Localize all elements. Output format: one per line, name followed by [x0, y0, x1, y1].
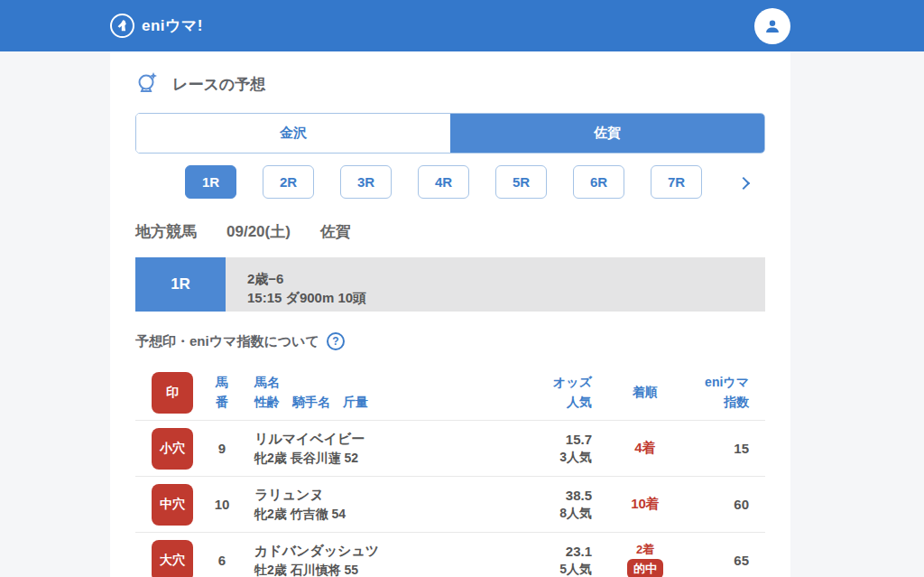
prediction-table: 印 馬 番 馬名 性齢 騎手名 斤量 オッズ 人気 着順 eniウマ 指数: [135, 365, 765, 577]
table-row: 小穴 9 リルマイベイビー 牝2歳 長谷川蓮 52 15.7 3人気 4着 15: [135, 421, 765, 477]
horse-name-cell: ラリュンヌ 牝2歳 竹吉徹 54: [251, 487, 502, 523]
app-header: eniウマ!: [0, 0, 924, 51]
help-question-icon[interactable]: ?: [327, 332, 345, 350]
result-cell: 2着 的中: [592, 542, 698, 577]
col-header-name: 馬名 性齢 騎手名 斤量: [251, 373, 502, 412]
result-cell: 10着: [592, 496, 698, 513]
odds-value: 15.7: [502, 432, 592, 447]
horse-name-cell: リルマイベイビー 牝2歳 長谷川蓮 52: [251, 431, 502, 467]
race-info-body: 2歳−6 15:15 ダ900m 10頭: [226, 257, 765, 312]
finish-position: 10着: [631, 496, 660, 513]
race-detail: 15:15 ダ900m 10頭: [247, 290, 765, 307]
horse-number: 6: [193, 553, 251, 568]
horse-name: ラリュンヌ: [254, 487, 502, 504]
col-header-result: 着順: [592, 383, 698, 403]
person-icon: [762, 16, 782, 36]
table-row: 中穴 10 ラリュンヌ 牝2歳 竹吉徹 54 38.5 8人気 10着 60: [135, 477, 765, 533]
race-tab-1r[interactable]: 1R: [185, 165, 236, 199]
tab-kanazawa[interactable]: 金沢: [136, 114, 450, 153]
col-header-odds: オッズ 人気: [502, 373, 592, 412]
page-title: レースの予想: [172, 74, 265, 95]
race-tab-7r[interactable]: 7R: [651, 165, 702, 199]
mark-header-badge: 印: [152, 372, 193, 414]
race-tab-5r[interactable]: 5R: [495, 165, 547, 199]
horse-name: カドバンダッシュツ: [254, 543, 502, 560]
result-cell: 4着: [592, 440, 698, 457]
horse-detail: 牝2歳 竹吉徹 54: [254, 507, 502, 523]
meta-date: 09/20(土): [226, 221, 291, 242]
finish-position: 2着: [636, 542, 654, 558]
col-header-index: eniウマ 指数: [698, 373, 749, 412]
popularity-value: 5人気: [502, 562, 592, 577]
logo-text: eniウマ!: [142, 15, 203, 36]
odds-cell: 23.1 5人気: [502, 544, 592, 577]
race-meta: 地方競馬 09/20(土) 佐賀: [135, 221, 765, 242]
race-name: 2歳−6: [247, 271, 765, 288]
horse-detail: 牡2歳 石川慎将 55: [254, 563, 502, 577]
prediction-mark-badge: 中穴: [152, 484, 193, 526]
odds-value: 23.1: [502, 544, 592, 559]
horse-number: 9: [193, 441, 251, 456]
hit-badge: 的中: [627, 559, 663, 577]
eniuma-index: 15: [698, 441, 749, 456]
venue-tab-bar: 金沢 佐賀: [135, 113, 765, 154]
race-info-box: 1R 2歳−6 15:15 ダ900m 10頭: [135, 257, 765, 312]
tab-saga[interactable]: 佐賀: [450, 114, 764, 153]
popularity-value: 3人気: [502, 450, 592, 466]
prediction-mark-badge: 大穴: [152, 540, 193, 577]
help-row: 予想印・eniウマ指数について ?: [135, 332, 765, 350]
race-tab-3r[interactable]: 3R: [340, 165, 392, 199]
table-row: 大穴 6 カドバンダッシュツ 牡2歳 石川慎将 55 23.1 5人気 2着 的…: [135, 533, 765, 577]
odds-cell: 15.7 3人気: [502, 432, 592, 466]
prediction-mark-badge: 小穴: [152, 428, 193, 470]
help-label: 予想印・eniウマ指数について: [135, 333, 319, 350]
eniuma-index: 60: [698, 497, 749, 512]
horse-number: 10: [193, 497, 251, 512]
eniuma-index: 65: [698, 553, 749, 568]
section-heading: レースの予想: [135, 70, 765, 98]
race-number-label: 1R: [135, 257, 226, 312]
user-avatar-button[interactable]: [754, 8, 790, 44]
odds-cell: 38.5 8人気: [502, 488, 592, 522]
meta-category: 地方競馬: [135, 221, 197, 242]
popularity-value: 8人気: [502, 506, 592, 522]
horse-name: リルマイベイビー: [254, 431, 502, 448]
race-tab-2r[interactable]: 2R: [263, 165, 314, 199]
race-tab-6r[interactable]: 6R: [573, 165, 624, 199]
crystal-ball-icon: [135, 70, 159, 98]
odds-value: 38.5: [502, 488, 592, 503]
main-content: レースの予想 金沢 佐賀 1R 2R 3R 4R 5R 6R 7R 地方競馬 0…: [110, 51, 790, 577]
race-tab-4r[interactable]: 4R: [418, 165, 469, 199]
meta-venue: 佐賀: [320, 221, 351, 242]
table-header-row: 印 馬 番 馬名 性齢 騎手名 斤量 オッズ 人気 着順 eniウマ 指数: [135, 365, 765, 421]
horse-name-cell: カドバンダッシュツ 牡2歳 石川慎将 55: [251, 543, 502, 577]
col-header-umaban: 馬 番: [193, 373, 251, 412]
finish-position: 4着: [634, 440, 655, 457]
horse-detail: 牝2歳 長谷川蓮 52: [254, 451, 502, 467]
chevron-right-icon[interactable]: [735, 173, 753, 191]
logo[interactable]: eniウマ!: [110, 14, 203, 38]
race-number-bar: 1R 2R 3R 4R 5R 6R 7R: [135, 165, 765, 199]
horse-logo-icon: [110, 14, 134, 38]
